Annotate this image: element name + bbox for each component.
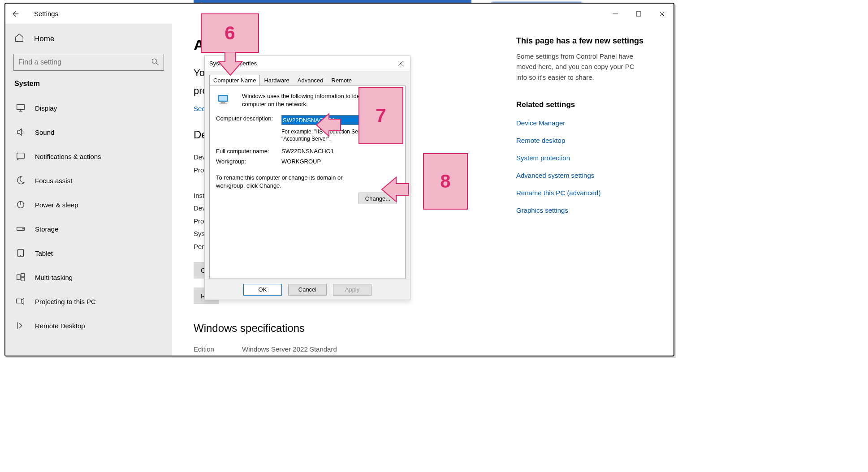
svg-rect-6: [17, 105, 25, 110]
related-link-device-manager[interactable]: Device Manager: [516, 119, 674, 127]
svg-rect-18: [21, 278, 24, 281]
sidebar-item-label: Notifications & actions: [35, 153, 101, 160]
related-settings-heading: Related settings: [516, 100, 674, 109]
dialog-close-button[interactable]: [395, 58, 406, 69]
sidebar-item-remote-desktop[interactable]: Remote Desktop: [5, 313, 172, 338]
svg-line-5: [156, 63, 159, 65]
search-input[interactable]: [13, 54, 164, 71]
system-properties-dialog: System Properties Computer NameHardwareA…: [204, 56, 410, 300]
computer-description-hint: For example: "IIS Production Server" or …: [281, 129, 399, 142]
tab-advanced[interactable]: Advanced: [294, 75, 328, 86]
ok-button[interactable]: OK: [243, 284, 282, 296]
storage-icon: [15, 223, 26, 234]
sidebar-item-label: Tablet: [35, 249, 53, 257]
sidebar-item-projecting-to-this-pc[interactable]: Projecting to this PC: [5, 289, 172, 313]
svg-rect-17: [21, 274, 24, 277]
notifications-icon: [15, 151, 26, 162]
spec-key: Edition: [194, 345, 242, 353]
sidebar-item-power-sleep[interactable]: Power & sleep: [5, 193, 172, 217]
right-description: Some settings from Control Panel have mo…: [516, 51, 646, 82]
back-button[interactable]: [5, 4, 24, 23]
related-link-graphics-settings[interactable]: Graphics settings: [516, 206, 674, 214]
tab-computer-name[interactable]: Computer Name: [209, 75, 260, 86]
cancel-button[interactable]: Cancel: [288, 284, 327, 296]
close-button[interactable]: [650, 4, 674, 24]
sidebar-item-label: Storage: [35, 225, 59, 233]
sidebar-item-label: Display: [35, 104, 57, 112]
sidebar-home[interactable]: Home: [5, 26, 172, 54]
change-button[interactable]: Change...: [358, 193, 397, 204]
sidebar-item-focus-assist[interactable]: Focus assist: [5, 168, 172, 193]
related-link-remote-desktop[interactable]: Remote desktop: [516, 137, 674, 144]
power-icon: [15, 199, 26, 210]
right-title: This page has a few new settings: [516, 36, 674, 46]
sidebar-item-label: Sound: [35, 129, 54, 136]
tab-remote[interactable]: Remote: [328, 75, 356, 86]
svg-rect-25: [221, 103, 226, 103]
workgroup-label: Workgroup:: [216, 158, 280, 165]
project-icon: [15, 296, 26, 307]
sidebar-section-label: System: [5, 80, 172, 96]
sidebar-item-display[interactable]: Display: [5, 96, 172, 120]
tablet-icon: [15, 248, 26, 258]
svg-rect-26: [220, 103, 227, 104]
full-computer-name-value: SW22DNSNACHO1: [281, 148, 399, 154]
dialog-intro: Windows uses the following information t…: [242, 92, 399, 108]
sidebar-item-label: Projecting to this PC: [35, 298, 96, 305]
apply-button[interactable]: Apply: [333, 284, 371, 296]
svg-point-13: [23, 228, 24, 229]
related-link-advanced-system-settings[interactable]: Advanced system settings: [516, 172, 674, 179]
sidebar-item-label: Focus assist: [35, 177, 72, 185]
sidebar-item-notifications-actions[interactable]: Notifications & actions: [5, 144, 172, 168]
tab-hardware[interactable]: Hardware: [260, 75, 293, 86]
search-icon: [151, 57, 160, 68]
sidebar-item-label: Multi-tasking: [35, 274, 73, 281]
svg-rect-1: [636, 12, 641, 16]
dialog-title: System Properties: [209, 60, 257, 67]
titlebar: Settings: [5, 4, 674, 24]
page-heading: About: [194, 36, 516, 54]
remote-icon: [15, 320, 26, 331]
svg-point-4: [152, 59, 156, 63]
sidebar-item-multi-tasking[interactable]: Multi-tasking: [5, 265, 172, 289]
svg-rect-9: [17, 153, 25, 159]
sidebar-item-label: Remote Desktop: [35, 322, 85, 330]
multitask-icon: [15, 272, 26, 283]
related-link-system-protection[interactable]: System protection: [516, 154, 674, 162]
related-link-rename-this-pc-advanced-[interactable]: Rename this PC (advanced): [516, 189, 674, 197]
sidebar-item-tablet[interactable]: Tablet: [5, 241, 172, 265]
workgroup-value: WORKGROUP: [281, 158, 399, 165]
sidebar-home-label: Home: [34, 34, 54, 43]
spec-value: Windows Server 2022 Standard: [242, 345, 516, 353]
computer-description-input[interactable]: [281, 115, 399, 125]
sidebar-item-storage[interactable]: Storage: [5, 217, 172, 241]
computer-icon: [216, 92, 232, 108]
right-pane: This page has a few new settings Some se…: [516, 36, 674, 356]
sidebar-item-label: Power & sleep: [35, 201, 78, 209]
sidebar: Home System DisplaySoundNotifications & …: [5, 24, 172, 356]
svg-rect-19: [17, 299, 22, 303]
full-computer-name-label: Full computer name:: [216, 148, 280, 154]
change-instructions: To rename this computer or change its do…: [216, 174, 350, 189]
display-icon: [15, 103, 26, 113]
svg-rect-24: [219, 96, 227, 101]
maximize-button[interactable]: [627, 4, 650, 24]
sidebar-item-sound[interactable]: Sound: [5, 120, 172, 144]
minimize-button[interactable]: [604, 4, 627, 24]
windows-spec-heading: Windows specifications: [194, 322, 516, 335]
svg-rect-16: [17, 275, 20, 280]
focus-icon: [15, 175, 26, 186]
window-title: Settings: [34, 10, 58, 17]
sound-icon: [15, 127, 26, 137]
home-icon: [14, 33, 24, 45]
computer-description-label: Computer description:: [216, 115, 280, 122]
back-arrow-icon: [11, 10, 19, 18]
